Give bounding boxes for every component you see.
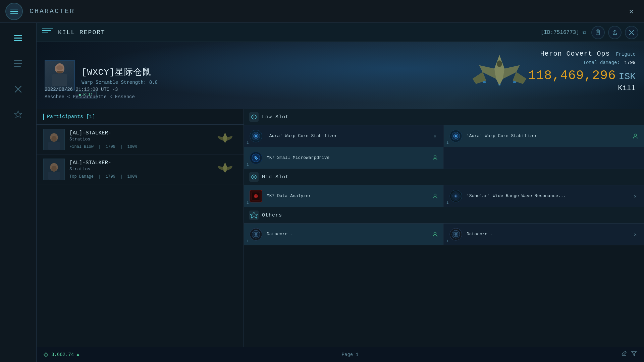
sidebar-item-close[interactable] — [9, 80, 27, 98]
svg-rect-5 — [14, 66, 21, 67]
mid-slot-grid: 1 MK7 Data Analyzer — [244, 185, 644, 207]
equip-name-2: 'Aura' Warp Core Stabilizer — [467, 133, 628, 139]
section-accent — [43, 114, 44, 120]
svg-point-50 — [634, 134, 637, 136]
low-slot-icon — [249, 112, 259, 122]
svg-marker-36 — [223, 163, 227, 173]
equip-action-user-2[interactable] — [632, 132, 639, 140]
left-sidebar — [0, 23, 36, 362]
equip-name-3: MK7 Small Microwarpdrive — [267, 155, 428, 161]
sidebar-item-list[interactable] — [9, 55, 27, 72]
edit-button[interactable] — [621, 351, 627, 358]
svg-point-49 — [455, 135, 457, 137]
equip-item-5[interactable]: 1 MK7 Data Analyzer — [244, 185, 444, 207]
participants-header: Participants [1] — [37, 109, 244, 125]
portrait-body — [52, 74, 67, 86]
svg-point-21 — [497, 60, 502, 67]
app-title: CHARACTER — [30, 7, 75, 15]
equip-action-close-6[interactable]: ✕ — [632, 192, 639, 200]
kr-menu-icon[interactable] — [42, 28, 53, 37]
mid-slot-label: Mid Slot — [262, 174, 289, 180]
svg-rect-4 — [14, 63, 22, 64]
equip-icon-6 — [448, 189, 463, 203]
participant-corp-1: Stratios — [69, 137, 209, 142]
equip-action-user-5[interactable] — [431, 192, 439, 200]
svg-marker-31 — [226, 136, 232, 141]
sidebar-item-star[interactable] — [9, 106, 27, 123]
equip-action-user-3[interactable] — [431, 154, 439, 162]
equip-item-3[interactable]: 1 MK7 Small Microwarpdrive — [244, 147, 444, 169]
others-header: Others — [244, 207, 644, 224]
equip-name-1: 'Aura' Warp Core Stabilizer — [267, 133, 428, 139]
kr-content: Participants [1] [AL]-STALKER- — [37, 109, 644, 362]
main-panel: KILL REPORT [ID:7516773] ⧉ — [36, 23, 644, 362]
svg-point-23 — [513, 81, 516, 83]
equip-item-8[interactable]: 1 Datacore - ✕ — [444, 224, 644, 245]
participant-details-2: [AL]-STALKER- Stratios Top Damage | 1799… — [69, 160, 209, 179]
total-damage-value: 1799 — [624, 60, 636, 65]
close-report-button[interactable] — [625, 26, 638, 39]
sidebar-item-menu[interactable] — [9, 29, 27, 47]
kill-location: Aeschee < Peccanouette < Essence — [45, 94, 135, 100]
equip-action-close-8[interactable]: ✕ — [632, 231, 639, 238]
top-bar: CHARACTER ✕ — [0, 0, 644, 23]
kill-report-window: KILL REPORT [ID:7516773] ⧉ — [36, 23, 644, 362]
svg-point-56 — [253, 176, 255, 178]
svg-point-34 — [51, 166, 57, 171]
equip-item-6[interactable]: 1 'Scholar' Wide Range Wave Resonance... — [444, 185, 644, 207]
equip-icon-1 — [249, 129, 263, 143]
svg-rect-1 — [14, 38, 22, 39]
equip-action-user-7[interactable] — [431, 231, 439, 238]
svg-point-62 — [434, 194, 436, 196]
low-slot-label: Low Slot — [262, 114, 289, 120]
portrait-head — [55, 63, 64, 73]
clipboard-button[interactable] — [591, 26, 605, 39]
svg-rect-35 — [48, 172, 60, 180]
participant-portrait-1 — [43, 129, 65, 150]
others-icon — [249, 210, 259, 220]
participant-row-2[interactable]: [AL]-STALKER- Stratios Top Damage | 1799… — [37, 155, 244, 184]
export-button[interactable] — [608, 26, 622, 39]
svg-point-67 — [455, 195, 457, 197]
participant-row[interactable]: [AL]-STALKER- Stratios Final Blow | 1799… — [37, 125, 244, 155]
others-label: Others — [262, 213, 282, 218]
equip-icon-5 — [249, 189, 263, 203]
svg-marker-16 — [494, 55, 504, 85]
svg-marker-29 — [223, 133, 227, 143]
svg-point-54 — [434, 156, 436, 158]
window-close-button[interactable]: ✕ — [625, 5, 637, 17]
hamburger-button[interactable] — [5, 3, 23, 20]
equip-icon-2 — [448, 129, 463, 143]
page-indicator: Page 1 — [342, 352, 359, 357]
equip-icon-8 — [448, 227, 463, 242]
svg-rect-3 — [14, 60, 22, 61]
equip-item-7[interactable]: 1 Datacore - — [244, 224, 444, 245]
svg-point-71 — [255, 233, 257, 236]
svg-marker-8 — [14, 111, 22, 118]
victim-portrait — [45, 60, 75, 90]
svg-point-75 — [454, 233, 457, 236]
equip-icon-3 — [249, 150, 263, 165]
participant-ship-2 — [213, 160, 237, 179]
participants-panel: Participants [1] [AL]-STALKER- — [37, 109, 244, 362]
isk-value: 118,469,296 — [528, 68, 616, 83]
copy-id-button[interactable]: ⧉ — [583, 30, 586, 35]
svg-point-72 — [434, 232, 436, 235]
total-damage-label: Total damage: — [583, 60, 620, 65]
participant-stats-1: Final Blow | 1799 | 100% — [69, 144, 209, 149]
participant-stats-2: Top Damage | 1799 | 100% — [69, 174, 209, 179]
equip-item-1[interactable]: 1 'Aura' Warp Core Stabilizer ✕ — [244, 125, 444, 147]
victim-name: [WXCY]星际仓鼠 — [82, 66, 158, 78]
participant-details-1: [AL]-STALKER- Stratios Final Blow | 1799… — [69, 130, 209, 149]
ship-visual — [463, 49, 536, 102]
kill-datetime: 2022/08/26 21:13:00 UTC -3 — [45, 87, 118, 92]
equip-action-close-1[interactable]: ✕ — [431, 132, 439, 140]
equip-item-2[interactable]: 1 'Aura' Warp Core Stabilizer — [444, 125, 644, 147]
svg-rect-0 — [14, 35, 22, 36]
svg-point-53 — [255, 157, 257, 159]
svg-marker-30 — [218, 136, 224, 141]
filter-button[interactable] — [631, 351, 637, 358]
svg-point-45 — [255, 135, 257, 137]
victim-warp-scramble: Warp Scramble Strength: 8.0 — [82, 80, 158, 85]
svg-marker-79 — [632, 352, 636, 356]
